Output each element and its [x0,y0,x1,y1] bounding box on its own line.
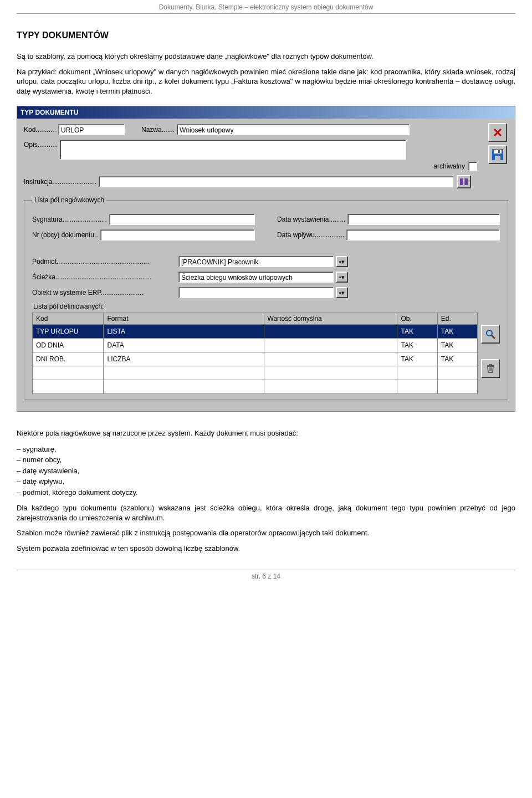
page-footer: str. 6 z 14 [17,570,515,580]
svg-rect-1 [494,150,502,154]
table-cell [264,366,397,380]
header-fields-legend: Lista pól nagłówkowych [32,196,106,204]
nazwa-input[interactable]: Wniosek urlopowy [177,124,410,135]
svg-point-4 [487,330,492,336]
save-button[interactable] [488,145,507,164]
delete-row-button[interactable] [481,359,500,378]
table-cell: LICZBA [104,352,264,366]
table-row[interactable]: TYP URLOPULISTATAKTAK [33,325,478,339]
after-paragraph-2: Dla każdego typu dokumentu (szablonu) ws… [17,503,515,523]
table-cell [33,380,104,394]
app-window: TYP DOKUMENTU Kod........... URLOP Nazwa… [17,106,515,412]
sciezka-lookup-button[interactable]: ▪▾ [336,272,348,283]
required-fields-list: sygnaturę,numer obcy,datę wystawienia,da… [17,444,515,498]
data-wyst-label: Data wystawienia......... [277,216,345,223]
table-cell: DNI ROB. [33,352,104,366]
list-item: numer obcy, [17,454,515,466]
page-header: Dokumenty, Biurka, Stemple – elektronicz… [17,0,515,14]
sygnatura-input[interactable] [109,214,255,225]
defined-fields-label: Lista pól definiowanych: [33,303,500,310]
table-cell: TAK [437,339,477,352]
table-cell [437,366,477,380]
instrukcja-label: Instrukcja........................ [24,178,96,186]
table-cell [264,380,397,394]
instrukcja-browse-button[interactable] [457,175,471,188]
nr-obcy-label: Nr (obcy) dokumentu.. [32,231,98,239]
list-item: datę wystawienia, [17,466,515,477]
intro-paragraph-2: Na przykład: dokument „Wniosek urlopowy"… [17,67,515,96]
podmiot-lookup-button[interactable]: ▪▾ [336,256,348,267]
col-ob[interactable]: Ob. [397,313,437,325]
archiwalny-checkbox[interactable] [468,162,477,171]
table-cell [264,325,397,339]
table-cell [264,352,397,366]
after-paragraph-4: System pozwala zdefiniować w ten sposób … [17,544,515,554]
opis-label: Opis........... [24,140,58,149]
svg-line-5 [492,335,495,339]
defined-fields-table[interactable]: Kod Format Wartość domyślna Ob. Ed. TYP … [32,313,478,394]
table-row[interactable]: OD DNIADATATAKTAK [33,339,478,352]
table-cell [104,366,264,380]
zoom-row-button[interactable] [481,325,500,344]
svg-rect-2 [495,156,500,160]
obiekt-input[interactable] [178,287,334,298]
table-cell: TYP URLOPU [33,325,104,339]
section-heading: TYPY DOKUMENTÓW [17,30,515,40]
sygnatura-label: Sygnatura........................ [32,216,107,223]
table-cell: TAK [437,325,477,339]
table-row[interactable]: DNI ROB.LICZBATAKTAK [33,352,478,366]
svg-rect-3 [498,150,500,153]
table-cell: LISTA [104,325,264,339]
table-cell: TAK [437,352,477,366]
obiekt-label: Obiekt w systemie ERP...................… [32,289,176,296]
table-cell: OD DNIA [33,339,104,352]
table-cell [264,339,397,352]
col-format[interactable]: Format [104,313,264,325]
data-wyst-input[interactable] [347,214,500,225]
instrukcja-input[interactable] [99,176,453,187]
header-fields-group: Lista pól nagłówkowych Sygnatura........… [24,196,508,400]
opis-input[interactable] [60,140,406,160]
table-cell [33,366,104,380]
obiekt-lookup-button[interactable]: ▪▾ [336,287,348,298]
after-intro: Niektóre pola nagłówkowe są narzucone pr… [17,428,515,438]
table-cell: TAK [397,352,437,366]
kod-label: Kod........... [24,126,56,134]
data-wpl-label: Data wpływu................ [277,231,344,239]
window-titlebar: TYP DOKUMENTU [17,106,515,119]
after-paragraph-3: Szablon może również zawierać plik z ins… [17,528,515,538]
sciezka-label: Ścieżka.................................… [32,273,176,281]
table-row[interactable] [33,380,478,394]
list-item: sygnaturę, [17,444,515,455]
list-item: podmiot, którego dokument dotyczy. [17,487,515,498]
table-cell: DATA [104,339,264,352]
list-item: datę wpływu, [17,476,515,487]
table-cell [397,366,437,380]
table-cell: TAK [397,325,437,339]
col-wartosc[interactable]: Wartość domyślna [264,313,397,325]
data-wpl-input[interactable] [346,229,500,241]
kod-input[interactable]: URLOP [58,124,125,135]
archiwalny-label: archiwalny [433,162,465,170]
table-cell: TAK [397,339,437,352]
nr-obcy-input[interactable] [100,229,255,241]
col-kod[interactable]: Kod [33,313,104,325]
table-cell [397,380,437,394]
nazwa-label: Nazwa....... [141,126,175,134]
podmiot-input[interactable]: [PRACOWNIK] Pracownik [178,256,334,267]
table-row[interactable] [33,366,478,380]
sciezka-input[interactable]: Ścieżka obiegu wniosków urlopowych [178,272,334,283]
close-button[interactable] [488,123,507,142]
table-cell [104,380,264,394]
table-cell [437,380,477,394]
intro-paragraph-1: Są to szablony, za pomocą których określ… [17,52,515,62]
col-ed[interactable]: Ed. [437,313,477,325]
podmiot-label: Podmiot.................................… [32,258,176,265]
